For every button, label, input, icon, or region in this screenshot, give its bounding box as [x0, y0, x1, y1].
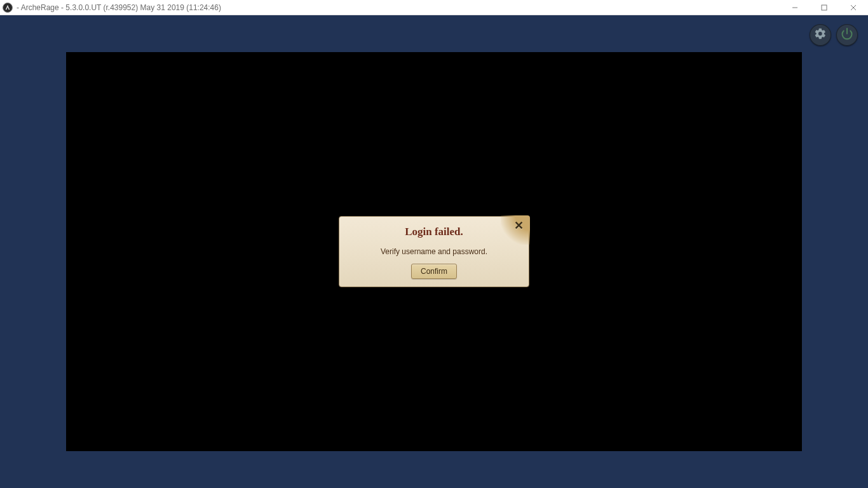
dialog-message: Verify username and password.	[339, 243, 529, 264]
window-titlebar: - ArcheRage - 5.3.0.0.UT (r.439952) May …	[0, 0, 868, 15]
svg-rect-1	[822, 5, 827, 10]
close-icon: ✕	[514, 219, 524, 233]
window-controls	[780, 0, 868, 15]
confirm-button[interactable]: Confirm	[411, 264, 457, 279]
app-icon	[3, 3, 13, 13]
close-window-button[interactable]	[839, 0, 868, 15]
dialog-close-button[interactable]: ✕	[512, 219, 525, 232]
dialog-title: Login failed.	[339, 217, 529, 243]
power-icon	[841, 27, 853, 43]
maximize-button[interactable]	[810, 0, 839, 15]
launcher-body: ✕ Login failed. Verify username and pass…	[0, 15, 868, 488]
minimize-button[interactable]	[780, 0, 810, 15]
overlay-buttons	[810, 24, 858, 46]
window-title: - ArcheRage - 5.3.0.0.UT (r.439952) May …	[17, 3, 221, 12]
settings-button[interactable]	[810, 24, 831, 46]
game-viewport: ✕ Login failed. Verify username and pass…	[66, 52, 802, 451]
gear-icon	[814, 27, 827, 43]
power-button[interactable]	[836, 24, 858, 46]
login-failed-dialog: ✕ Login failed. Verify username and pass…	[339, 216, 529, 287]
